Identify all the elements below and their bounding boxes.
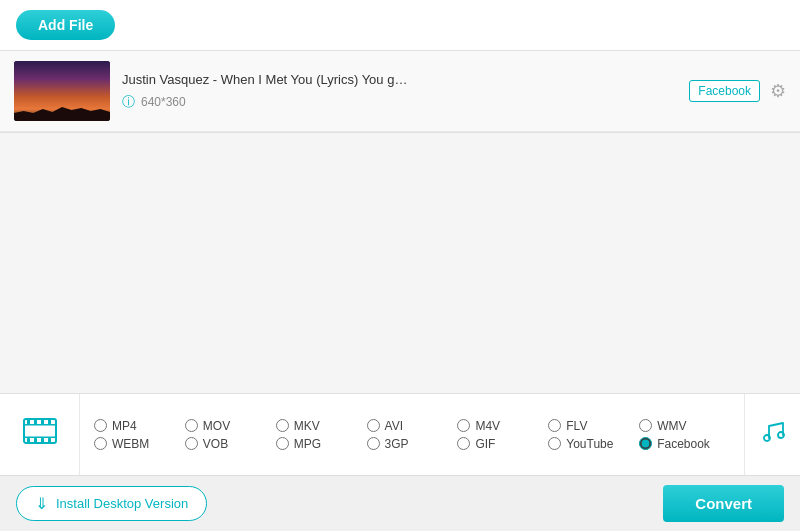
format-mov[interactable]: MOV (185, 419, 276, 433)
info-icon[interactable]: ⓘ (122, 93, 135, 111)
facebook-badge[interactable]: Facebook (689, 80, 760, 102)
bottom-bar: ⇓ Install Desktop Version Convert (0, 475, 800, 531)
settings-icon[interactable]: ⚙ (770, 80, 786, 102)
svg-rect-9 (41, 438, 44, 443)
format-mkv[interactable]: MKV (276, 419, 367, 433)
add-file-button[interactable]: Add File (16, 10, 115, 40)
download-icon: ⇓ (35, 494, 48, 513)
format-facebook[interactable]: Facebook (639, 437, 730, 451)
file-title: Justin Vasquez - When I Met You (Lyrics)… (122, 72, 677, 87)
file-meta: ⓘ 640*360 (122, 93, 677, 111)
convert-button[interactable]: Convert (663, 485, 784, 522)
file-thumbnail (14, 61, 110, 121)
film-icon (22, 413, 58, 456)
svg-rect-3 (27, 419, 30, 424)
svg-rect-7 (27, 438, 30, 443)
file-resolution: 640*360 (141, 95, 186, 109)
svg-rect-2 (24, 437, 56, 439)
file-list: Justin Vasquez - When I Met You (Lyrics)… (0, 51, 800, 133)
format-webm[interactable]: WEBM (94, 437, 185, 451)
format-m4v[interactable]: M4V (457, 419, 548, 433)
top-bar: Add File (0, 0, 800, 51)
file-info: Justin Vasquez - When I Met You (Lyrics)… (110, 72, 689, 111)
svg-rect-10 (48, 438, 51, 443)
format-avi[interactable]: AVI (367, 419, 458, 433)
format-icon-area (0, 394, 80, 476)
format-wmv[interactable]: WMV (639, 419, 730, 433)
svg-rect-1 (24, 424, 56, 426)
svg-rect-4 (34, 419, 37, 424)
format-mp4[interactable]: MP4 (94, 419, 185, 433)
install-desktop-button[interactable]: ⇓ Install Desktop Version (16, 486, 207, 521)
file-item: Justin Vasquez - When I Met You (Lyrics)… (0, 51, 800, 132)
format-vob[interactable]: VOB (185, 437, 276, 451)
format-youtube[interactable]: YouTube (548, 437, 639, 451)
music-icon (759, 418, 787, 452)
format-mpg[interactable]: MPG (276, 437, 367, 451)
format-options: MP4 MOV MKV AVI M4V FLV WMV WEBM (80, 411, 744, 459)
svg-rect-5 (41, 419, 44, 424)
file-actions: Facebook ⚙ (689, 80, 786, 102)
content-area (0, 133, 800, 393)
svg-rect-8 (34, 438, 37, 443)
svg-rect-6 (48, 419, 51, 424)
format-3gp[interactable]: 3GP (367, 437, 458, 451)
format-bar: MP4 MOV MKV AVI M4V FLV WMV WEBM (0, 393, 800, 475)
music-icon-area[interactable] (744, 394, 800, 476)
format-flv[interactable]: FLV (548, 419, 639, 433)
format-gif[interactable]: GIF (457, 437, 548, 451)
